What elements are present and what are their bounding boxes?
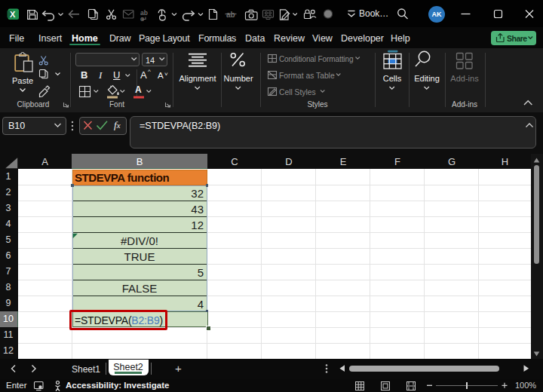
svg-text:X: X: [10, 10, 16, 19]
